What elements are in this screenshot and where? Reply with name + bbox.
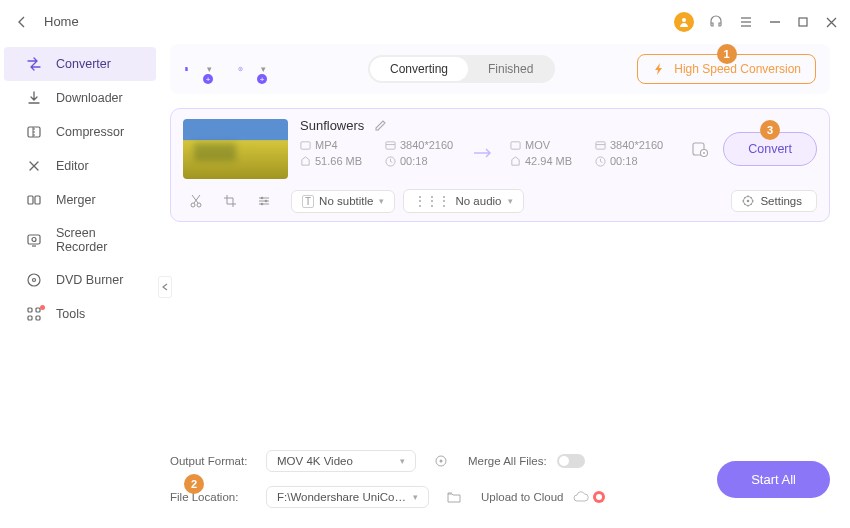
output-settings-icon[interactable] — [434, 454, 448, 468]
sidebar-nav: Converter Downloader Compressor Editor M… — [0, 43, 160, 335]
add-disc-button[interactable]: + ▾ — [238, 55, 266, 83]
audio-value: No audio — [455, 195, 501, 207]
src-format: MP4 — [315, 139, 371, 151]
start-all-button[interactable]: Start All — [717, 461, 830, 498]
editor-icon — [26, 158, 42, 174]
item-title: Sunflowers — [300, 118, 364, 133]
minimize-button[interactable] — [768, 15, 782, 29]
edit-title-icon[interactable] — [374, 119, 387, 132]
svg-point-28 — [261, 203, 264, 206]
cloud-status-icon[interactable] — [573, 491, 605, 503]
high-speed-label: High Speed Conversion — [674, 62, 801, 76]
high-speed-button[interactable]: High Speed Conversion 1 — [637, 54, 816, 84]
nav-label: Compressor — [56, 125, 124, 139]
sidebar-item-converter[interactable]: Converter — [4, 47, 156, 81]
sidebar-item-screenrecorder[interactable]: Screen Recorder — [4, 217, 156, 263]
chevron-down-icon: ▾ — [261, 64, 266, 74]
menu-icon[interactable] — [738, 14, 754, 30]
screenrecorder-icon — [26, 232, 42, 248]
item-settings-button[interactable]: Settings — [731, 190, 817, 212]
nav-label: Editor — [56, 159, 89, 173]
sidebar-item-dvdburner[interactable]: DVD Burner — [4, 263, 156, 297]
compressor-icon — [26, 124, 42, 140]
converter-icon — [26, 56, 42, 72]
svg-point-30 — [747, 200, 750, 203]
svg-rect-18 — [511, 141, 520, 148]
chevron-down-icon: ▾ — [207, 64, 212, 74]
sidebar-item-editor[interactable]: Editor — [4, 149, 156, 183]
sidebar-item-downloader[interactable]: Downloader — [4, 81, 156, 115]
svg-rect-15 — [301, 141, 310, 148]
upload-label: Upload to Cloud — [481, 491, 563, 503]
sidebar-collapse-handle[interactable] — [158, 276, 172, 298]
output-format-dropdown[interactable]: MOV 4K Video▾ — [266, 450, 416, 472]
chevron-down-icon: ▾ — [413, 492, 418, 502]
add-file-button[interactable]: + ▾ — [184, 55, 212, 83]
item-settings-icon[interactable] — [691, 140, 709, 158]
effects-icon[interactable] — [251, 194, 277, 208]
nav-label: DVD Burner — [56, 273, 123, 287]
svg-point-6 — [33, 279, 36, 282]
subtitle-dropdown[interactable]: TNo subtitle ▾ — [291, 190, 395, 213]
svg-point-24 — [191, 203, 195, 207]
item-footer: TNo subtitle ▾ ⋮⋮⋮No audio ▾ Settings — [183, 187, 817, 213]
src-duration: 00:18 — [400, 155, 456, 167]
cut-icon[interactable] — [183, 194, 209, 208]
close-button[interactable] — [824, 15, 838, 29]
sidebar-item-merger[interactable]: Merger — [4, 183, 156, 217]
nav-label: Tools — [56, 307, 85, 321]
toolbar: + ▾ + ▾ Converting Finished High Speed C… — [170, 44, 830, 94]
open-folder-icon[interactable] — [447, 490, 461, 504]
bottom-bar: Output Format: MOV 4K Video▾ Merge All F… — [160, 446, 850, 528]
headset-icon[interactable] — [708, 14, 724, 30]
sidebar-item-tools[interactable]: Tools — [4, 297, 156, 331]
nav-label: Screen Recorder — [56, 226, 140, 254]
avatar-icon[interactable] — [674, 12, 694, 32]
dst-size: 42.94 MB — [525, 155, 581, 167]
downloader-icon — [26, 90, 42, 106]
output-format-label: Output Format: — [170, 455, 256, 467]
file-location-value: F:\Wondershare UniConverter 1 — [277, 491, 407, 503]
audio-dropdown[interactable]: ⋮⋮⋮No audio ▾ — [403, 189, 523, 213]
svg-rect-9 — [28, 316, 32, 320]
svg-rect-12 — [799, 18, 807, 26]
svg-point-27 — [265, 200, 268, 203]
svg-point-25 — [197, 203, 201, 207]
sidebar-item-compressor[interactable]: Compressor — [4, 115, 156, 149]
settings-label: Settings — [760, 195, 802, 207]
home-label: Home — [44, 14, 79, 29]
app-root: Home Converter Downloader Compressor Edi… — [0, 0, 850, 528]
sidebar-home[interactable]: Home — [0, 0, 160, 43]
tab-finished[interactable]: Finished — [468, 57, 553, 81]
status-tabs: Converting Finished — [368, 55, 555, 83]
chevron-down-icon: ▾ — [400, 456, 405, 466]
svg-rect-16 — [386, 141, 395, 148]
chevron-down-icon: ▾ — [379, 196, 384, 206]
merge-toggle[interactable] — [557, 454, 585, 468]
item-meta: Sunflowers MP4 3840*2160 51.66 MB 00:18 — [300, 119, 679, 179]
plus-icon: + — [257, 74, 267, 84]
sidebar: Home Converter Downloader Compressor Edi… — [0, 0, 160, 528]
svg-point-5 — [28, 274, 40, 286]
tab-converting[interactable]: Converting — [370, 57, 468, 81]
file-location-dropdown[interactable]: F:\Wondershare UniConverter 1▾ — [266, 486, 429, 508]
chevron-down-icon: ▾ — [508, 196, 513, 206]
svg-rect-3 — [28, 235, 40, 244]
target-format: MOV 3840*2160 42.94 MB 00:18 — [510, 139, 666, 167]
callout-1: 1 — [717, 44, 737, 64]
conversion-item: Sunflowers MP4 3840*2160 51.66 MB 00:18 — [170, 108, 830, 222]
svg-point-14 — [240, 69, 241, 70]
crop-icon[interactable] — [217, 194, 243, 208]
src-resolution: 3840*2160 — [400, 139, 456, 151]
src-size: 51.66 MB — [315, 155, 371, 167]
convert-button[interactable]: Convert 3 — [723, 132, 817, 166]
nav-label: Converter — [56, 57, 111, 71]
video-thumbnail[interactable] — [183, 119, 288, 179]
output-format-value: MOV 4K Video — [277, 455, 353, 467]
dst-resolution: 3840*2160 — [610, 139, 666, 151]
callout-2: 2 — [184, 474, 204, 494]
item-actions: Convert 3 — [691, 119, 817, 179]
back-icon — [18, 16, 26, 28]
nav-label: Merger — [56, 193, 96, 207]
maximize-button[interactable] — [796, 15, 810, 29]
